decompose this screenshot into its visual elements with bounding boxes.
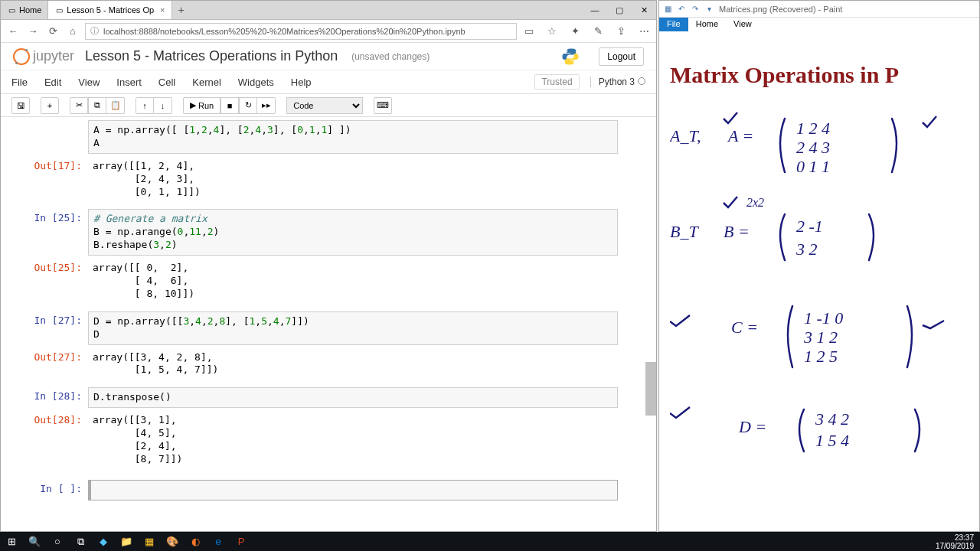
code-cell[interactable]: In [28]: D.transpose() bbox=[11, 387, 618, 408]
start-button[interactable]: ⊞ bbox=[0, 532, 23, 551]
cortana-icon[interactable]: ○ bbox=[46, 532, 69, 551]
reading-icon[interactable]: ▭ bbox=[521, 24, 537, 39]
jupyter-menu: File Edit View Insert Cell Kernel Widget… bbox=[1, 70, 656, 94]
svg-point-1 bbox=[573, 61, 575, 63]
new-tab-button[interactable]: + bbox=[172, 4, 191, 16]
system-tray[interactable]: 23:37 17/09/2019 bbox=[929, 533, 980, 550]
paint-window: ▦ ↶ ↷ ▾ Matrices.png (Recovered) - Paint… bbox=[658, 0, 980, 532]
favorites-bar-icon[interactable]: ✦ bbox=[567, 24, 583, 39]
paint-title: Matrices.png (Recovered) - Paint bbox=[719, 5, 842, 14]
code-input[interactable]: D = np.array([[3,4,2,8], [1,5,4,7]]) D bbox=[88, 311, 618, 345]
sticky-notes-icon[interactable]: ▦ bbox=[138, 532, 161, 551]
trusted-badge[interactable]: Trusted bbox=[534, 74, 579, 90]
output-cell: Out[25]: array([[ 0, 2], [ 4, 6], [ 8, 1… bbox=[11, 259, 618, 304]
restart-button[interactable]: ↻ bbox=[239, 97, 257, 114]
handwriting-svg: A_T, A = 1 2 4 2 4 3 0 1 1 2x2 B_T B = 2… bbox=[670, 111, 976, 532]
code-cell[interactable]: In [25]: # Generate a matrix B = np.aran… bbox=[11, 209, 618, 256]
home-icon[interactable]: ⌂ bbox=[65, 24, 80, 39]
code-input[interactable]: D.transpose() bbox=[88, 387, 618, 408]
logout-button[interactable]: Logout bbox=[599, 47, 644, 66]
share-icon[interactable]: ⇪ bbox=[613, 24, 629, 39]
menu-kernel[interactable]: Kernel bbox=[192, 77, 221, 88]
app-icon[interactable]: ◆ bbox=[92, 532, 115, 551]
code-input[interactable]: # Generate a matrix B = np.arange(0,11,2… bbox=[88, 209, 618, 256]
paint-icon[interactable]: 🎨 bbox=[161, 532, 184, 551]
run-button[interactable]: ▶ Run bbox=[183, 97, 220, 114]
in-prompt: In [ ]: bbox=[11, 480, 88, 500]
output-text: array([[3, 4, 2, 8], [1, 5, 4, 7]]) bbox=[88, 348, 618, 380]
edge-icon[interactable]: e bbox=[207, 532, 230, 551]
svg-text:B  =: B = bbox=[724, 222, 750, 241]
code-input[interactable]: A = np.array([ [1,2,4], [2,4,3], [0,1,1]… bbox=[88, 120, 618, 154]
move-up-button[interactable]: ↑ bbox=[136, 97, 154, 114]
explorer-icon[interactable]: 📁 bbox=[115, 532, 138, 551]
menu-file[interactable]: File bbox=[11, 77, 28, 88]
page-icon: ▭ bbox=[54, 5, 64, 15]
ribbon-tab-home[interactable]: Home bbox=[688, 18, 726, 31]
add-cell-button[interactable]: + bbox=[41, 97, 59, 114]
svg-text:3   4   2: 3 4 2 bbox=[815, 409, 849, 429]
save-icon[interactable]: ▦ bbox=[662, 4, 673, 15]
cut-button[interactable]: ✂ bbox=[70, 97, 88, 114]
scrollbar-thumb[interactable] bbox=[645, 362, 656, 416]
code-cell[interactable]: In [27]: D = np.array([[3,4,2,8], [1,5,4… bbox=[11, 311, 618, 345]
browser-tab-lesson[interactable]: ▭ Lesson 5 - Matrices Op × bbox=[48, 1, 172, 19]
powerpoint-icon[interactable]: P bbox=[230, 532, 253, 551]
refresh-icon[interactable]: ⟳ bbox=[45, 24, 60, 39]
task-view-icon[interactable]: ⧉ bbox=[69, 532, 92, 551]
restart-run-all-button[interactable]: ▸▸ bbox=[257, 97, 276, 114]
browser-tab-home[interactable]: ▭ Home bbox=[1, 1, 48, 19]
out-prompt: Out[25]: bbox=[11, 259, 88, 304]
paint-canvas[interactable]: Matrix Operations in P A_T, A = 1 2 4 2 … bbox=[659, 31, 979, 532]
redo-icon[interactable]: ↷ bbox=[690, 4, 701, 15]
ribbon-tab-file[interactable]: File bbox=[659, 18, 688, 31]
move-down-button[interactable]: ↓ bbox=[154, 97, 172, 114]
save-button[interactable]: 🖫 bbox=[11, 97, 30, 114]
svg-text:1    2    5: 1 2 5 bbox=[804, 347, 838, 366]
in-prompt: In [25]: bbox=[11, 209, 88, 256]
search-icon[interactable]: 🔍 bbox=[23, 532, 46, 551]
paste-button[interactable]: 📋 bbox=[106, 97, 125, 114]
maximize-button[interactable]: ▢ bbox=[607, 1, 632, 19]
undo-icon[interactable]: ↶ bbox=[676, 4, 687, 15]
kernel-name[interactable]: Python 3 bbox=[590, 77, 645, 87]
browser-tab-strip: ▭ Home ▭ Lesson 5 - Matrices Op × + — ▢ … bbox=[1, 1, 656, 20]
dropdown-icon[interactable]: ▾ bbox=[704, 4, 714, 15]
cell-type-select[interactable]: Code bbox=[286, 97, 363, 114]
code-cell[interactable]: A = np.array([ [1,2,4], [2,4,3], [0,1,1]… bbox=[11, 120, 618, 154]
tab-label: Lesson 5 - Matrices Op bbox=[67, 5, 154, 15]
ribbon-tab-view[interactable]: View bbox=[726, 18, 760, 31]
jupyter-logo[interactable]: jupyter bbox=[13, 48, 74, 65]
interrupt-button[interactable]: ■ bbox=[220, 97, 239, 114]
code-input[interactable] bbox=[88, 480, 618, 500]
notes-icon[interactable]: ✎ bbox=[590, 24, 606, 39]
menu-insert[interactable]: Insert bbox=[116, 77, 142, 88]
command-palette-button[interactable]: ⌨ bbox=[374, 97, 392, 114]
copy-button[interactable]: ⧉ bbox=[88, 97, 106, 114]
minimize-button[interactable]: — bbox=[583, 1, 607, 19]
tab-label: Home bbox=[19, 5, 41, 15]
notebook-title[interactable]: Lesson 5 - Matrices Operations in Python bbox=[85, 48, 338, 64]
menu-edit[interactable]: Edit bbox=[44, 77, 61, 88]
code-cell-selected[interactable]: In [ ]: bbox=[11, 480, 618, 500]
close-icon[interactable]: × bbox=[160, 5, 165, 15]
jupyter-icon[interactable]: ◐ bbox=[184, 532, 207, 551]
menu-icon[interactable]: ⋯ bbox=[636, 24, 652, 39]
forward-icon[interactable]: → bbox=[25, 24, 41, 39]
back-icon[interactable]: ← bbox=[5, 24, 21, 39]
favorite-icon[interactable]: ☆ bbox=[544, 24, 560, 39]
menu-cell[interactable]: Cell bbox=[158, 77, 175, 88]
browser-window: ▭ Home ▭ Lesson 5 - Matrices Op × + — ▢ … bbox=[0, 0, 657, 532]
out-prompt: Out[28]: bbox=[11, 411, 88, 469]
svg-text:3     2: 3 2 bbox=[795, 240, 818, 259]
svg-text:1   5   4: 1 5 4 bbox=[815, 431, 849, 450]
menu-view[interactable]: View bbox=[78, 77, 100, 88]
out-prompt: Out[27]: bbox=[11, 348, 88, 380]
menu-help[interactable]: Help bbox=[291, 77, 312, 88]
notebook-content[interactable]: A = np.array([ [1,2,4], [2,4,3], [0,1,1]… bbox=[1, 117, 656, 527]
menu-widgets[interactable]: Widgets bbox=[238, 77, 274, 88]
address-bar[interactable]: ⓘ localhost:8888/notebooks/Lesson%205%20… bbox=[85, 23, 517, 40]
close-button[interactable]: ✕ bbox=[632, 1, 656, 19]
svg-text:2  4    3: 2 4 3 bbox=[796, 138, 830, 157]
output-cell: Out[27]: array([[3, 4, 2, 8], [1, 5, 4, … bbox=[11, 348, 618, 380]
